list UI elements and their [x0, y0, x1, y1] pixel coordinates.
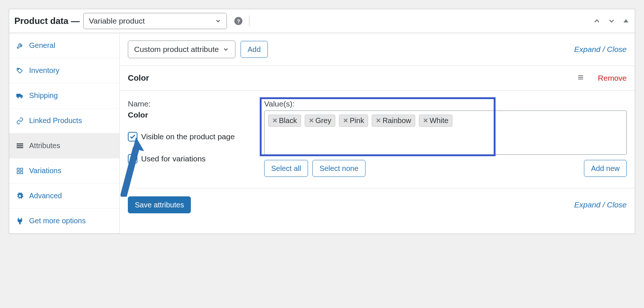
visible-label: Visible on the product page: [141, 132, 235, 141]
check-icon: [129, 133, 136, 140]
svg-rect-2: [17, 94, 21, 97]
product-data-panel: Product data — Variable product ? Genera…: [9, 9, 635, 234]
help-icon[interactable]: ?: [234, 17, 242, 25]
panel-title: Product data —: [14, 16, 80, 26]
svg-point-4: [21, 97, 22, 98]
used-variations-label: Used for variations: [141, 154, 206, 163]
attribute-type-value: Custom product attribute: [134, 45, 219, 54]
value-tag: ✕Grey: [305, 115, 335, 127]
sidebar-item-label: General: [29, 41, 55, 50]
add-attribute-button[interactable]: Add: [241, 41, 268, 58]
svg-rect-11: [21, 171, 23, 174]
sidebar-item-label: Linked Products: [29, 116, 82, 125]
select-all-button[interactable]: Select all: [264, 160, 308, 177]
visible-checkbox[interactable]: [128, 132, 137, 141]
values-input[interactable]: ✕Black ✕Grey ✕Pink ✕Rainbow ✕White: [264, 111, 627, 155]
svg-rect-5: [17, 143, 23, 144]
chevron-down-icon[interactable]: [608, 17, 616, 25]
svg-point-3: [17, 97, 18, 98]
attributes-toolbar: Custom product attribute Add Expand / Cl…: [120, 33, 635, 66]
sidebar-item-label: Inventory: [29, 66, 59, 75]
attribute-title: Color: [128, 73, 149, 83]
save-attributes-button[interactable]: Save attributes: [128, 196, 191, 213]
used-variations-checkbox-row: Used for variations: [128, 154, 257, 164]
attribute-left-column: Name: Color Visible on the product page: [128, 99, 257, 177]
main-area: Custom product attribute Add Expand / Cl…: [120, 33, 635, 234]
sidebar: General Inventory Shipping Linked Produc…: [9, 33, 120, 234]
panel-body: General Inventory Shipping Linked Produc…: [9, 33, 635, 234]
name-value: Color: [128, 111, 257, 119]
values-buttons-row: Select all Select none Add new: [264, 160, 627, 177]
value-tag: ✕White: [419, 115, 452, 127]
attributes-footer: Save attributes Expand / Close: [120, 188, 635, 221]
plug-icon: [16, 217, 24, 225]
sidebar-item-advanced[interactable]: Advanced: [9, 183, 119, 209]
svg-rect-8: [17, 168, 20, 170]
wrench-icon: [16, 42, 24, 49]
list-icon: [16, 142, 24, 150]
tag-label: White: [430, 116, 448, 125]
svg-rect-6: [17, 145, 23, 146]
select-none-button[interactable]: Select none: [312, 160, 365, 177]
chevron-down-icon: [223, 46, 229, 53]
used-variations-checkbox[interactable]: [128, 154, 137, 164]
product-type-select[interactable]: Variable product: [83, 13, 227, 29]
tag-icon: [16, 67, 24, 74]
attribute-header[interactable]: Color Remove: [120, 66, 635, 91]
expand-close-link[interactable]: Expand / Close: [574, 200, 627, 209]
svg-marker-0: [623, 19, 628, 22]
svg-rect-7: [17, 147, 23, 148]
tag-label: Grey: [315, 116, 331, 125]
tag-label: Pink: [350, 116, 364, 125]
svg-rect-10: [17, 171, 20, 174]
value-tag: ✕Pink: [339, 115, 368, 127]
chevron-down-icon: [215, 18, 221, 24]
remove-tag-icon[interactable]: ✕: [309, 117, 314, 125]
value-tag: ✕Rainbow: [372, 115, 415, 127]
sidebar-item-variations[interactable]: Variations: [9, 158, 119, 183]
divider: [249, 15, 249, 27]
remove-attribute-link[interactable]: Remove: [598, 74, 627, 83]
panel-header: Product data — Variable product ?: [9, 9, 635, 33]
truck-icon: [16, 92, 24, 99]
expand-close-link[interactable]: Expand / Close: [574, 45, 627, 54]
link-icon: [16, 117, 24, 125]
tag-label: Rainbow: [382, 116, 411, 125]
sidebar-item-attributes[interactable]: Attributes: [9, 133, 119, 158]
attribute-block: Color Remove Name: Color: [120, 66, 635, 188]
remove-tag-icon[interactable]: ✕: [272, 117, 277, 125]
sidebar-item-label: Shipping: [29, 91, 58, 100]
grid-icon: [16, 167, 24, 175]
attribute-right-column: Value(s): ✕Black ✕Grey ✕Pink ✕Rainbow ✕W…: [264, 99, 627, 177]
arrow-annotation-icon: [118, 134, 151, 197]
tag-label: Black: [279, 116, 297, 125]
visible-checkbox-row: Visible on the product page: [128, 132, 257, 141]
panel-controls: [593, 17, 630, 25]
remove-tag-icon[interactable]: ✕: [376, 117, 381, 125]
sidebar-item-inventory[interactable]: Inventory: [9, 58, 119, 83]
gear-icon: [16, 192, 24, 200]
product-type-value: Variable product: [89, 17, 144, 25]
sidebar-item-get-more-options[interactable]: Get more options: [9, 209, 119, 234]
svg-point-1: [18, 69, 19, 70]
chevron-up-icon[interactable]: [593, 17, 601, 25]
sidebar-item-label: Variations: [29, 167, 61, 175]
remove-tag-icon[interactable]: ✕: [343, 117, 348, 125]
add-new-value-button[interactable]: Add new: [584, 160, 627, 177]
sidebar-item-linked-products[interactable]: Linked Products: [9, 108, 119, 133]
collapse-triangle-icon[interactable]: [622, 17, 630, 24]
sidebar-item-general[interactable]: General: [9, 33, 119, 58]
remove-tag-icon[interactable]: ✕: [423, 117, 428, 125]
check-icon: [129, 155, 136, 162]
attribute-type-select[interactable]: Custom product attribute: [128, 41, 235, 58]
sidebar-item-shipping[interactable]: Shipping: [9, 83, 119, 108]
sidebar-item-label: Advanced: [29, 192, 62, 200]
drag-handle-icon[interactable]: [577, 74, 585, 83]
sidebar-item-label: Get more options: [29, 217, 85, 225]
attribute-body: Name: Color Visible on the product page: [120, 91, 635, 188]
values-label: Value(s):: [264, 99, 627, 108]
sidebar-item-label: Attributes: [29, 141, 60, 150]
name-label: Name:: [128, 99, 257, 108]
value-tag: ✕Black: [268, 115, 301, 127]
svg-rect-9: [21, 168, 23, 170]
